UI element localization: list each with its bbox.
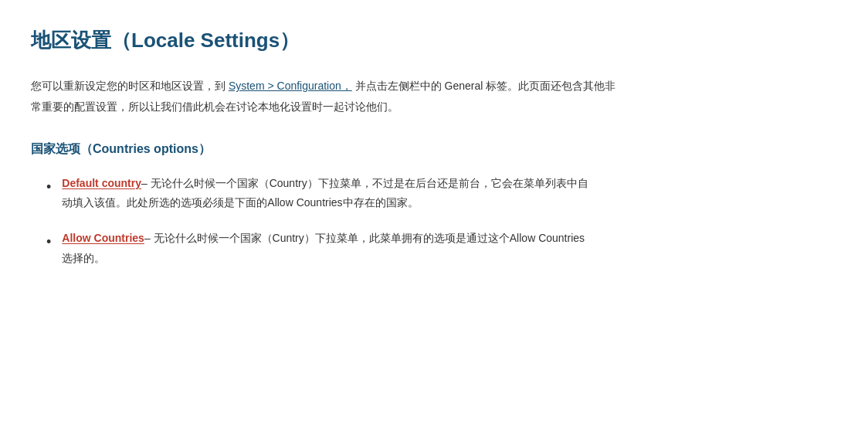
list-item-allow-countries: • Allow Countries– 无论什么时候一个国家（Cuntry）下拉菜… (46, 229, 837, 269)
intro-paragraph: 您可以重新设定您的时区和地区设置，到 System > Configuratio… (31, 76, 765, 117)
allow-countries-term[interactable]: Allow Countries (62, 232, 144, 244)
page-title-en: Locale Settings (131, 29, 280, 52)
allow-countries-desc2: 选择的。 (62, 252, 105, 264)
intro-text-line2: 常重要的配置设置，所以让我们借此机会在讨论本地化设置时一起讨论他们。 (31, 100, 398, 113)
options-list: • Default country– 无论什么时候一个国家（Country）下拉… (31, 174, 837, 270)
section-title-zh: 国家选项（ (31, 142, 93, 155)
intro-text-after: 并点击左侧栏中的 General 标签。此页面还包含其他非 (352, 80, 615, 92)
allow-countries-content: Allow Countries– 无论什么时候一个国家（Cuntry）下拉菜单，… (62, 229, 837, 269)
default-country-desc1: – 无论什么时候一个国家（Country）下拉菜单，不过是在后台还是前台，它会在… (141, 177, 588, 189)
intro-text-before: 您可以重新设定您的时区和地区设置，到 (31, 80, 229, 92)
system-config-link[interactable]: System > Configuration， (229, 80, 352, 92)
bullet-dot-2: • (46, 229, 51, 255)
page-title: 地区设置（Locale Settings） (31, 23, 837, 57)
bullet-dot-1: • (46, 175, 51, 200)
list-item-default-country: • Default country– 无论什么时候一个国家（Country）下拉… (46, 174, 837, 214)
default-country-term[interactable]: Default country (62, 177, 141, 189)
section-title: 国家选项（Countries options） (31, 138, 837, 159)
section-title-en: Countries options (93, 142, 198, 155)
default-country-desc2: 动填入该值。此处所选的选项必须是下面的Allow Countries中存在的国家… (62, 196, 418, 209)
page-title-zh: 地区设置（ (31, 29, 131, 52)
default-country-content: Default country– 无论什么时候一个国家（Country）下拉菜单… (62, 174, 837, 214)
page-title-end: ） (280, 29, 300, 52)
section-title-end: ） (198, 142, 211, 155)
allow-countries-desc1: – 无论什么时候一个国家（Cuntry）下拉菜单，此菜单拥有的选项是通过这个Al… (144, 232, 585, 244)
